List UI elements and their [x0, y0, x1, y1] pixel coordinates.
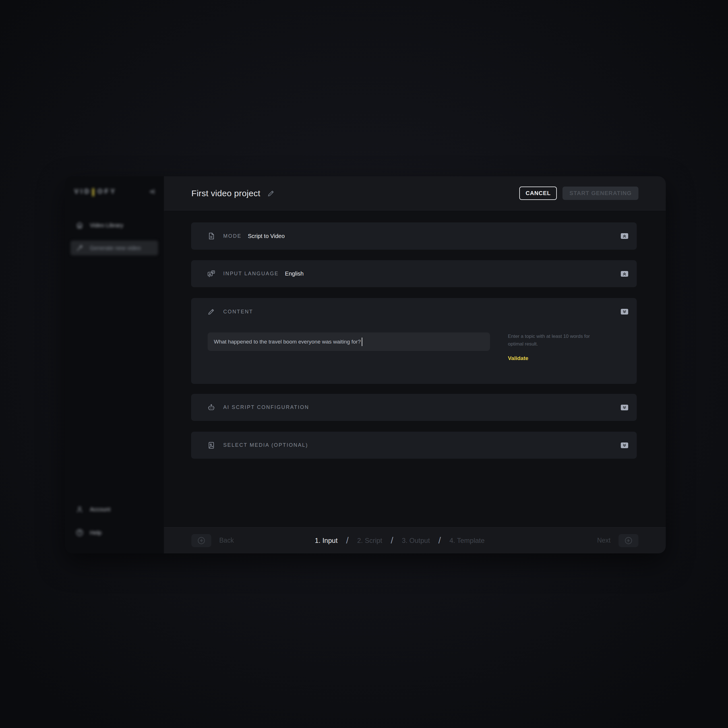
ai-script-configuration-section: AI SCRIPT CONFIGURATION — [191, 394, 637, 421]
select-media-label: SELECT MEDIA (OPTIONAL) — [223, 442, 308, 448]
edit-title-pencil-icon[interactable] — [267, 190, 275, 197]
logo-text-suffix: OFY — [97, 188, 116, 195]
select-media-expand-button[interactable] — [621, 442, 628, 448]
translate-icon — [207, 270, 215, 278]
main-area: First video project CANCEL START GENERAT… — [164, 176, 666, 554]
step-input[interactable]: 1. Input — [315, 537, 338, 544]
ai-script-configuration-label: AI SCRIPT CONFIGURATION — [223, 404, 309, 410]
ai-script-configuration-header[interactable]: AI SCRIPT CONFIGURATION — [191, 394, 637, 421]
cancel-button[interactable]: CANCEL — [519, 187, 557, 200]
next-button[interactable] — [618, 534, 638, 547]
chevrons-down-icon — [622, 444, 627, 447]
topic-hint-text: Enter a topic with at least 10 words for… — [508, 332, 604, 348]
input-language-section: INPUT LANGUAGE English — [191, 260, 637, 287]
sidebar-item-help[interactable]: Help — [70, 525, 158, 540]
input-language-section-header[interactable]: INPUT LANGUAGE English — [191, 260, 637, 287]
chevrons-up-icon — [622, 272, 627, 276]
content-section-header[interactable]: CONTENT — [191, 298, 637, 325]
top-bar: First video project CANCEL START GENERAT… — [164, 176, 666, 210]
text-caret — [362, 338, 362, 346]
mode-section-header[interactable]: MODE Script to Video — [191, 222, 637, 250]
robot-icon — [207, 404, 215, 411]
chevrons-down-icon — [622, 405, 627, 410]
logo-text-prefix: VID — [74, 188, 91, 195]
input-language-collapse-button[interactable] — [621, 271, 628, 277]
content-section-body: What happened to the travel boom everyon… — [208, 332, 628, 361]
sidebar-content: VIDIOFY Video Library Generate new video — [65, 176, 164, 554]
step-script[interactable]: 2. Script — [357, 537, 382, 544]
content-collapse-button[interactable] — [621, 309, 628, 315]
select-media-header[interactable]: SELECT MEDIA (OPTIONAL) — [191, 432, 637, 459]
content-section: CONTENT What happened to the travel boom… — [191, 298, 637, 384]
sidebar: VIDIOFY Video Library Generate new video — [65, 176, 164, 554]
mode-label: MODE — [223, 233, 242, 239]
pencil-icon — [207, 308, 215, 316]
topic-input[interactable]: What happened to the travel boom everyon… — [208, 332, 490, 351]
image-icon — [207, 441, 215, 449]
next-label: Next — [597, 537, 610, 544]
step-separator: / — [346, 535, 349, 546]
input-language-label: INPUT LANGUAGE — [223, 271, 279, 277]
person-icon — [76, 505, 84, 513]
step-separator: / — [439, 535, 441, 546]
content-label: CONTENT — [223, 309, 253, 315]
wand-icon — [76, 244, 84, 252]
arrow-left-circle-icon — [197, 536, 206, 545]
sidebar-item-video-library[interactable]: Video Library — [70, 218, 158, 232]
mode-collapse-button[interactable] — [621, 233, 628, 239]
app-window: VIDIOFY Video Library Generate new video — [65, 176, 666, 554]
sidebar-divider — [65, 492, 164, 492]
select-media-section: SELECT MEDIA (OPTIONAL) — [191, 432, 637, 459]
step-separator: / — [391, 535, 393, 546]
topic-input-value: What happened to the travel boom everyon… — [214, 339, 361, 345]
ai-script-expand-button[interactable] — [621, 405, 628, 410]
mode-value: Script to Video — [248, 233, 284, 239]
page-title: First video project — [191, 188, 260, 198]
input-language-value: English — [285, 271, 304, 277]
step-output[interactable]: 3. Output — [402, 537, 430, 544]
chevrons-up-icon — [622, 234, 627, 238]
sidebar-item-label: Account — [90, 506, 110, 513]
app-logo: VIDIOFY — [74, 188, 117, 195]
sidebar-collapse-icon[interactable] — [148, 188, 156, 195]
back-button[interactable] — [191, 534, 211, 547]
validate-link[interactable]: Validate — [508, 355, 604, 361]
wizard-steps: 1. Input / 2. Script / 3. Output / 4. Te… — [315, 528, 485, 554]
back-label: Back — [219, 537, 234, 544]
next-group: Next — [597, 534, 638, 547]
content-hint-column: Enter a topic with at least 10 words for… — [508, 332, 604, 361]
step-template[interactable]: 4. Template — [450, 537, 485, 544]
home-icon — [76, 221, 84, 229]
content-area: MODE Script to Video INPUT LANGUAGE Engl… — [164, 210, 666, 527]
sidebar-item-label: Generate new video — [90, 245, 141, 251]
chevrons-down-icon — [622, 310, 627, 314]
arrow-right-circle-icon — [624, 536, 633, 545]
sidebar-item-account[interactable]: Account — [70, 502, 158, 517]
wizard-footer: Back 1. Input / 2. Script / 3. Output / … — [164, 527, 666, 554]
sidebar-item-label: Help — [90, 529, 101, 536]
start-generating-button[interactable]: START GENERATING — [563, 187, 638, 200]
sidebar-item-label: Video Library — [90, 222, 123, 229]
sidebar-item-generate-new-video[interactable]: Generate new video — [70, 240, 158, 255]
help-circle-icon — [76, 529, 84, 537]
mode-section: MODE Script to Video — [191, 222, 637, 250]
document-icon — [207, 232, 215, 240]
